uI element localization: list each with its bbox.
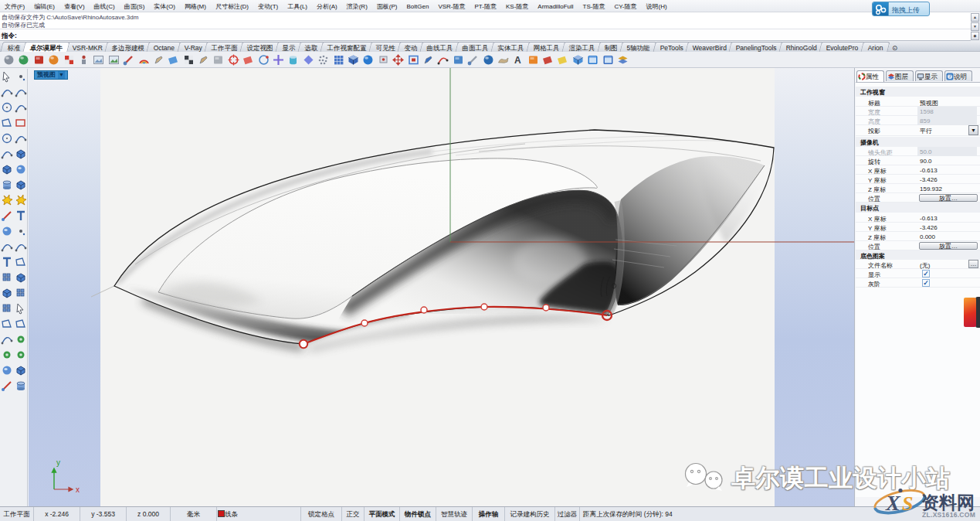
svg-text:ZL.XS1616.COM: ZL.XS1616.COM [922,511,975,519]
svg-text:?: ? [948,73,951,79]
svg-text:S: S [902,492,913,515]
svg-text:y: y [56,458,60,467]
svg-text:资料网: 资料网 [921,492,975,512]
svg-text:x: x [76,485,80,494]
svg-text:A: A [514,55,521,66]
svg-text:X: X [885,491,901,515]
